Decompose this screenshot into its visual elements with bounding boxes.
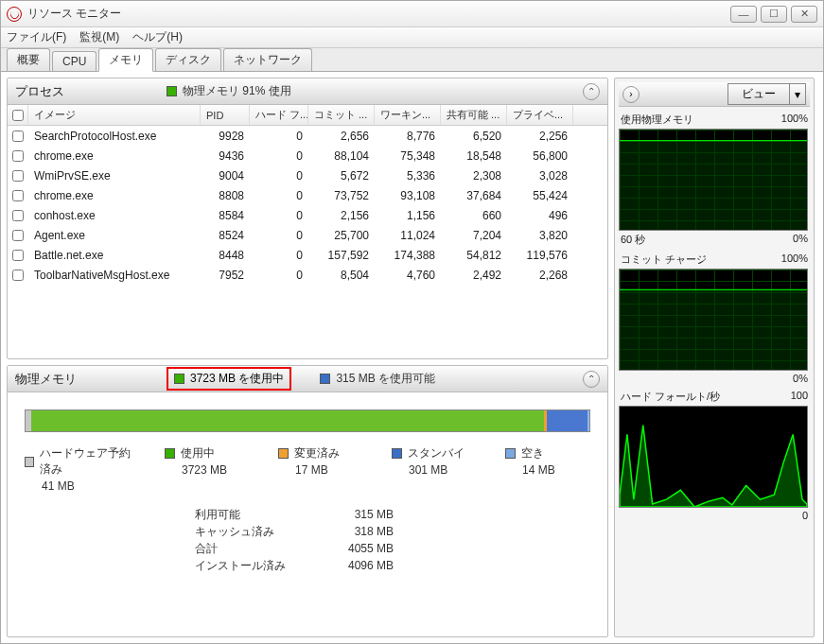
cell-commit: 25,700 (308, 229, 375, 242)
collapse-memory-button[interactable]: ⌃ (583, 371, 600, 388)
cell-private: 3,820 (507, 229, 573, 242)
cell-private: 56,800 (507, 149, 573, 163)
memory-avail-label: 315 MB を使用可能 (336, 371, 435, 387)
view-button[interactable]: ビュー ▾ (728, 83, 806, 105)
cell-hardfault: 0 (250, 209, 308, 222)
minimize-button[interactable]: — (730, 6, 757, 23)
collapse-processes-button[interactable]: ⌃ (583, 83, 600, 100)
tab-disk[interactable]: ディスク (155, 48, 221, 71)
cell-shareable: 7,204 (441, 229, 507, 242)
row-checkbox[interactable] (12, 150, 24, 162)
row-checkbox[interactable] (12, 170, 24, 182)
table-row[interactable]: ToolbarNativeMsgHost.exe795208,5044,7602… (8, 265, 607, 285)
cell-image: Agent.exe (28, 229, 201, 242)
col-shareable[interactable]: 共有可能 ... (441, 105, 507, 125)
row-checkbox[interactable] (12, 250, 24, 261)
cell-private: 2,256 (507, 130, 573, 143)
memory-panel: 物理メモリ 3723 MB を使用中 315 MB を使用可能 ⌃ (7, 365, 608, 637)
cell-shareable: 2,492 (441, 269, 507, 282)
menu-file[interactable]: ファイル(F) (7, 29, 66, 45)
cell-working: 4,760 (375, 269, 441, 282)
table-row[interactable]: SearchProtocolHost.exe992802,6568,7766,5… (8, 126, 607, 146)
cell-pid: 8584 (201, 209, 250, 222)
tab-overview[interactable]: 概要 (7, 48, 50, 71)
menu-monitor[interactable]: 監視(M) (79, 29, 119, 45)
cell-pid: 8524 (201, 229, 250, 242)
col-commit[interactable]: コミット ... (308, 105, 375, 125)
cell-hardfault: 0 (250, 249, 308, 262)
cell-pid: 7952 (201, 269, 250, 282)
memory-legend: ハードウェア予約済み41 MB 使用中3723 MB 変更済み17 MB スタン… (25, 445, 590, 493)
cell-private: 3,028 (507, 169, 573, 183)
col-private[interactable]: プライベ... (507, 105, 573, 125)
cell-shareable: 54,812 (441, 249, 507, 262)
col-working[interactable]: ワーキン... (375, 105, 441, 125)
cell-shareable: 18,548 (441, 149, 507, 163)
memory-bar (25, 409, 590, 432)
cell-private: 496 (507, 209, 573, 222)
graph-used-memory: 使用物理メモリ100% 60 秒0% (619, 113, 810, 247)
table-row[interactable]: chrome.exe8808073,75293,10837,68455,424 (8, 185, 607, 205)
col-image[interactable]: イメージ (28, 105, 201, 125)
cell-commit: 157,592 (308, 249, 375, 262)
table-row[interactable]: WmiPrvSE.exe900405,6725,3362,3083,028 (8, 165, 607, 185)
table-row[interactable]: chrome.exe9436088,10475,34818,54856,800 (8, 146, 607, 165)
cell-shareable: 6,520 (441, 130, 507, 143)
cell-working: 5,336 (375, 169, 441, 183)
cell-image: ToolbarNativeMsgHost.exe (28, 269, 201, 282)
tab-network[interactable]: ネットワーク (223, 48, 312, 71)
cell-commit: 2,156 (308, 209, 375, 222)
cell-hardfault: 0 (250, 189, 308, 202)
cell-working: 93,108 (375, 189, 441, 202)
cell-hardfault: 0 (250, 149, 308, 163)
cell-hardfault: 0 (250, 130, 308, 143)
tab-memory[interactable]: メモリ (98, 48, 153, 72)
cell-pid: 8448 (201, 249, 250, 262)
graphs-sidebar: › ビュー ▾ 使用物理メモリ100% 60 秒0% コミット チャージ100%… (614, 78, 815, 637)
row-checkbox[interactable] (12, 210, 24, 221)
cell-commit: 2,656 (308, 130, 375, 143)
cell-working: 1,156 (375, 209, 441, 222)
used-color-icon (174, 374, 184, 384)
table-row[interactable]: conhost.exe858402,1561,156660496 (8, 205, 607, 225)
cell-image: WmiPrvSE.exe (28, 169, 201, 183)
tab-cpu[interactable]: CPU (52, 51, 96, 71)
menu-help[interactable]: ヘルプ(H) (132, 29, 183, 45)
select-all-checkbox[interactable] (12, 110, 24, 121)
window-frame: リソース モニター — ☐ ✕ ファイル(F) 監視(M) ヘルプ(H) 概要 … (0, 0, 824, 644)
cell-commit: 5,672 (308, 169, 375, 183)
cell-image: chrome.exe (28, 189, 201, 202)
chevron-down-icon: ▾ (790, 86, 805, 103)
cell-pid: 9928 (201, 130, 250, 143)
col-pid[interactable]: PID (201, 105, 250, 125)
processes-title: プロセス (15, 83, 167, 100)
collapse-sidebar-button[interactable]: › (622, 86, 640, 103)
processes-list: SearchProtocolHost.exe992802,6568,7766,5… (8, 126, 607, 358)
table-row[interactable]: Agent.exe8524025,70011,0247,2043,820 (8, 225, 607, 245)
tab-strip: 概要 CPU メモリ ディスク ネットワーク (1, 48, 823, 71)
cell-pid: 9004 (201, 169, 250, 183)
row-checkbox[interactable] (12, 190, 24, 201)
col-hardfault[interactable]: ハード フ... (250, 105, 308, 125)
maximize-button[interactable]: ☐ (761, 6, 787, 23)
cell-shareable: 660 (441, 209, 507, 222)
svg-rect-0 (620, 141, 807, 230)
processes-panel: プロセス 物理メモリ 91% 使用 ⌃ イメージ PID ハード フ... コミ… (7, 78, 608, 359)
graph-hardfaults: ハード フォールト/秒100 0 (619, 390, 810, 521)
app-icon (7, 7, 22, 22)
cell-working: 174,388 (375, 249, 441, 262)
cell-image: Battle.net.exe (28, 249, 201, 262)
cell-image: SearchProtocolHost.exe (28, 130, 201, 143)
cell-shareable: 2,308 (441, 169, 507, 183)
row-checkbox[interactable] (12, 131, 24, 142)
cell-working: 8,776 (375, 130, 441, 143)
cell-commit: 8,504 (308, 269, 375, 282)
cell-hardfault: 0 (250, 269, 308, 282)
row-checkbox[interactable] (12, 270, 24, 281)
cell-hardfault: 0 (250, 229, 308, 242)
titlebar: リソース モニター — ☐ ✕ (1, 1, 823, 27)
cell-commit: 73,752 (308, 189, 375, 202)
close-button[interactable]: ✕ (791, 6, 817, 23)
row-checkbox[interactable] (12, 230, 24, 241)
table-row[interactable]: Battle.net.exe84480157,592174,38854,8121… (8, 245, 607, 265)
